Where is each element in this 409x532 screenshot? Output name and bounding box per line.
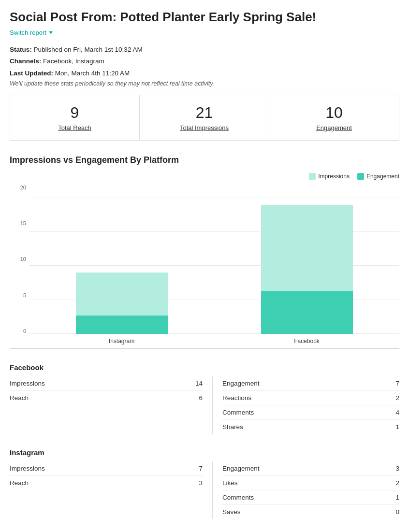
stat-engagement: 10 Engagement xyxy=(269,95,399,140)
instagram-comments-label: Comments xyxy=(222,494,254,501)
instagram-saves-value: 0 xyxy=(395,508,399,516)
instagram-likes-row: Likes 2 xyxy=(222,476,399,490)
page-title: Social Post From: Potted Planter Early S… xyxy=(10,10,399,25)
instagram-saves-row: Saves 0 xyxy=(222,505,399,519)
engagement-label: Engagement xyxy=(316,124,352,131)
bar-instagram-impressions xyxy=(76,273,168,316)
bar-instagram-engagement xyxy=(76,316,168,334)
facebook-right: Engagement 7 Reactions 2 Comments 4 Shar… xyxy=(213,376,399,434)
impressions-swatch xyxy=(309,173,316,180)
facebook-comments-label: Comments xyxy=(222,409,254,416)
bar-stack-instagram xyxy=(76,273,168,334)
facebook-shares-row: Shares 1 xyxy=(222,420,399,434)
instagram-comments-row: Comments 1 xyxy=(222,490,399,505)
legend-engagement: Engagement xyxy=(357,173,399,180)
bar-stack-facebook xyxy=(261,205,353,334)
instagram-reach-row: Reach 3 xyxy=(10,476,203,490)
bar-label-facebook: Facebook xyxy=(294,338,320,345)
instagram-title: Instagram xyxy=(10,448,399,457)
facebook-comments-row: Comments 4 xyxy=(222,405,399,420)
facebook-left: Impressions 14 Reach 6 xyxy=(10,376,213,434)
y-axis: 0 5 10 15 20 xyxy=(10,185,29,334)
instagram-left: Impressions 7 Reach 3 xyxy=(10,461,213,519)
legend-impressions: Impressions xyxy=(309,173,350,180)
instagram-right: Engagement 3 Likes 2 Comments 1 Saves 0 xyxy=(213,461,399,519)
instagram-section: Instagram Impressions 7 Reach 3 Engageme… xyxy=(10,448,399,519)
channels-label: Channels: xyxy=(10,58,41,65)
instagram-engagement-value: 3 xyxy=(395,465,399,472)
status-value: Published on Fri, March 1st 10:32 AM xyxy=(34,46,143,53)
facebook-reactions-value: 2 xyxy=(395,394,399,402)
total-reach-label: Total Reach xyxy=(58,124,91,131)
instagram-reach-value: 3 xyxy=(199,479,203,487)
facebook-engagement-label: Engagement xyxy=(222,380,260,387)
facebook-reactions-label: Reactions xyxy=(222,394,251,402)
facebook-reach-row: Reach 6 xyxy=(10,391,203,405)
meta-section: Status: Published on Fri, March 1st 10:3… xyxy=(10,45,399,87)
bar-label-instagram: Instagram xyxy=(109,338,134,345)
facebook-content: Impressions 14 Reach 6 Engagement 7 Reac… xyxy=(10,376,399,434)
total-reach-number: 9 xyxy=(15,104,134,122)
facebook-reactions-row: Reactions 2 xyxy=(222,391,399,405)
y-label-5: 5 xyxy=(23,292,26,298)
last-updated-row: Last Updated: Mon, March 4th 11:20 AM xyxy=(10,69,399,78)
status-row: Status: Published on Fri, March 1st 10:3… xyxy=(10,45,399,55)
switch-report-button[interactable]: Switch report xyxy=(10,29,53,36)
stats-grid: 9 Total Reach 21 Total Impressions 10 En… xyxy=(10,95,399,141)
chart-legend: Impressions Engagement xyxy=(10,173,399,180)
stat-total-reach: 9 Total Reach xyxy=(10,95,140,140)
y-label-20: 20 xyxy=(20,185,26,190)
facebook-impressions-label: Impressions xyxy=(10,380,45,387)
facebook-comments-value: 4 xyxy=(395,409,399,416)
engagement-legend-label: Engagement xyxy=(366,173,399,180)
switch-report-label: Switch report xyxy=(10,29,46,36)
facebook-shares-label: Shares xyxy=(222,423,243,431)
channels-value: Facebook, Instagram xyxy=(43,58,104,65)
channels-row: Channels: Facebook, Instagram xyxy=(10,57,399,66)
chart-container: Impressions vs Engagement By Platform Im… xyxy=(10,155,399,349)
update-note: We'll update these stats periodically so… xyxy=(10,80,399,87)
bars-wrapper: Instagram Facebook xyxy=(29,185,399,334)
bar-group-facebook: Facebook xyxy=(214,185,399,334)
status-label: Status: xyxy=(10,46,32,53)
y-label-15: 15 xyxy=(20,220,26,226)
chart-title: Impressions vs Engagement By Platform xyxy=(10,155,399,165)
instagram-impressions-label: Impressions xyxy=(10,465,45,472)
engagement-number: 10 xyxy=(274,104,394,122)
facebook-section: Facebook Impressions 14 Reach 6 Engageme… xyxy=(10,363,399,434)
instagram-content: Impressions 7 Reach 3 Engagement 3 Likes… xyxy=(10,461,399,519)
bar-group-instagram: Instagram xyxy=(29,185,214,334)
facebook-impressions-value: 14 xyxy=(195,380,203,387)
facebook-reach-value: 6 xyxy=(199,394,203,402)
bar-facebook-impressions xyxy=(261,205,353,291)
total-impressions-label: Total Impressions xyxy=(180,124,229,131)
last-updated-label: Last Updated: xyxy=(10,70,53,77)
instagram-likes-label: Likes xyxy=(222,479,238,487)
facebook-shares-value: 1 xyxy=(395,423,399,431)
stat-total-impressions: 21 Total Impressions xyxy=(140,95,269,140)
engagement-swatch xyxy=(357,173,364,180)
chevron-down-icon xyxy=(49,31,53,34)
y-label-0: 0 xyxy=(23,328,26,334)
total-impressions-number: 21 xyxy=(145,104,264,122)
instagram-saves-label: Saves xyxy=(222,508,241,516)
bar-facebook-engagement xyxy=(261,291,353,334)
instagram-engagement-label: Engagement xyxy=(222,465,260,472)
facebook-engagement-row: Engagement 7 xyxy=(222,376,399,391)
last-updated-value: Mon, March 4th 11:20 AM xyxy=(55,70,130,77)
instagram-impressions-value: 7 xyxy=(199,465,203,472)
y-label-10: 10 xyxy=(20,256,26,262)
facebook-title: Facebook xyxy=(10,363,399,372)
instagram-engagement-row: Engagement 3 xyxy=(222,461,399,476)
instagram-reach-label: Reach xyxy=(10,479,29,487)
facebook-reach-label: Reach xyxy=(10,394,29,402)
facebook-engagement-value: 7 xyxy=(395,380,399,387)
instagram-likes-value: 2 xyxy=(395,479,399,487)
instagram-comments-value: 1 xyxy=(395,494,399,501)
instagram-impressions-row: Impressions 7 xyxy=(10,461,203,476)
chart-area: 0 5 10 15 20 Instagram xyxy=(10,185,399,349)
facebook-impressions-row: Impressions 14 xyxy=(10,376,203,391)
impressions-legend-label: Impressions xyxy=(318,173,350,180)
